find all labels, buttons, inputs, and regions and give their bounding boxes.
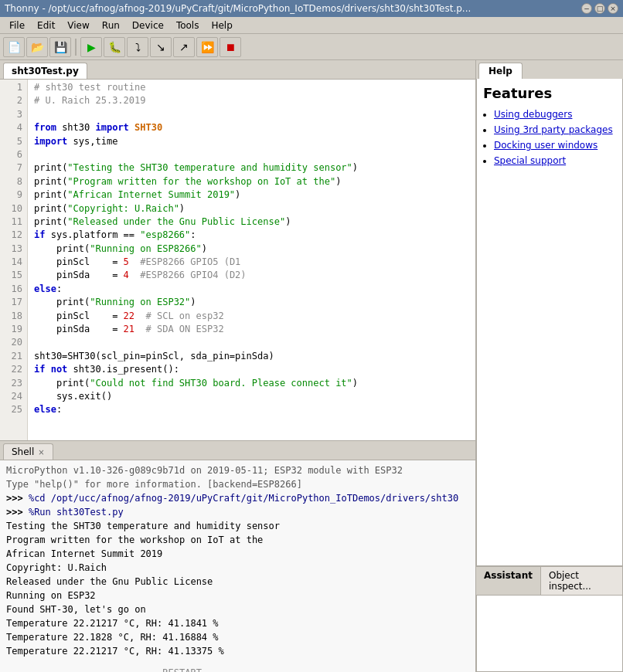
shell-output-9: Temperature 22.1828 °C, RH: 41.16884 % <box>6 630 469 644</box>
shell-output-2: Program written for the workshop on IoT … <box>6 533 469 547</box>
assistant-tab[interactable]: Assistant <box>476 567 541 595</box>
stop-button[interactable]: ⏹ <box>220 37 241 57</box>
help-tab[interactable]: Help <box>478 63 523 79</box>
menu-file[interactable]: File <box>3 19 31 32</box>
step-out-button[interactable]: ↗ <box>173 37 195 57</box>
help-tabs: Help <box>476 60 623 79</box>
shell-output-6: Running on ESP32 <box>6 589 469 602</box>
shell-restart-line: =========================== RESTART ====… <box>6 666 469 672</box>
code-lines: # sht30 test routine # U. Raich 25.3.201… <box>28 80 475 440</box>
help-title: Features <box>483 85 616 101</box>
shell-output-4: Copyright: U.Raich <box>6 561 469 575</box>
left-panel: sht30Test.py 1 2 3 4 5 6 7 8 9 10 11 12 <box>0 60 476 672</box>
shell-cmd-2: >>> %Run sht30Test.py <box>6 505 469 519</box>
shell-tab-close[interactable]: × <box>38 448 44 456</box>
help-link-1: Using debuggers <box>494 109 616 120</box>
shell-info-2: Type "help()" for more information. [bac… <box>6 477 469 491</box>
menu-view[interactable]: View <box>61 19 95 32</box>
shell-output-8: Temperature 22.21217 °C, RH: 41.1841 % <box>6 616 469 630</box>
app-title: Thonny - /opt/ucc/afnog/afnog-2019/uPyCr… <box>5 3 471 14</box>
help-link-1-anchor[interactable]: Using debuggers <box>494 109 572 120</box>
toolbar: 📄 📂 💾 ▶ 🐛 ⤵ ↘ ↗ ⏩ ⏹ <box>0 34 623 60</box>
maximize-button[interactable]: □ <box>594 3 605 14</box>
assistant-section: Assistant Object inspect... <box>476 566 623 672</box>
main-content: sht30Test.py 1 2 3 4 5 6 7 8 9 10 11 12 <box>0 60 623 672</box>
help-section: Help Features Using debuggers Using 3rd … <box>476 60 623 566</box>
help-link-4-anchor[interactable]: Special support <box>494 155 566 166</box>
step-into-button[interactable]: ↘ <box>150 37 172 57</box>
shell-tab-bar: Shell × <box>0 441 475 460</box>
shell-tab-label: Shell <box>12 446 34 457</box>
run-button[interactable]: ▶ <box>80 37 102 57</box>
toolbar-sep-1 <box>75 39 77 56</box>
help-link-3-anchor[interactable]: Docking user windows <box>494 140 597 151</box>
code-editor[interactable]: 1 2 3 4 5 6 7 8 9 10 11 12 13 14 15 16 1 <box>0 80 475 440</box>
title-bar: Thonny - /opt/ucc/afnog/afnog-2019/uPyCr… <box>0 0 623 17</box>
help-link-3: Docking user windows <box>494 140 616 151</box>
menu-bar: File Edit View Run Device Tools Help <box>0 17 623 34</box>
menu-run[interactable]: Run <box>96 19 126 32</box>
menu-tools[interactable]: Tools <box>170 19 206 32</box>
shell-info-1: MicroPython v1.10-326-g089c9b71d on 2019… <box>6 463 469 477</box>
code-content: 1 2 3 4 5 6 7 8 9 10 11 12 13 14 15 16 1 <box>0 80 475 440</box>
debug-button[interactable]: 🐛 <box>104 37 125 57</box>
help-link-2-anchor[interactable]: Using 3rd party packages <box>494 124 613 135</box>
shell-cmd-1: >>> %cd /opt/ucc/afnog/afnog-2019/uPyCra… <box>6 491 469 505</box>
shell-output-5: Released under the Gnu Public License <box>6 575 469 589</box>
right-panel: Help Features Using debuggers Using 3rd … <box>476 60 623 672</box>
shell-output-7: Found SHT-30, let's go on <box>6 602 469 616</box>
menu-edit[interactable]: Edit <box>31 19 61 32</box>
step-over-button[interactable]: ⤵ <box>127 37 148 57</box>
editor-tab-sht30test[interactable]: sht30Test.py <box>3 63 87 79</box>
line-numbers: 1 2 3 4 5 6 7 8 9 10 11 12 13 14 15 16 1 <box>0 80 28 440</box>
minimize-button[interactable]: − <box>581 3 592 14</box>
object-inspect-tab[interactable]: Object inspect... <box>541 567 623 595</box>
save-file-button[interactable]: 💾 <box>49 37 71 57</box>
menu-device[interactable]: Device <box>126 19 170 32</box>
shell-spacer <box>6 658 469 666</box>
assistant-content <box>476 595 623 672</box>
close-button[interactable]: × <box>608 3 618 14</box>
resume-button[interactable]: ⏩ <box>196 37 218 57</box>
right-bottom-tabs: Assistant Object inspect... <box>476 566 623 595</box>
shell-output-1: Testing the SHT30 temperature and humidi… <box>6 519 469 533</box>
shell-content[interactable]: MicroPython v1.10-326-g089c9b71d on 2019… <box>0 460 475 672</box>
open-file-button[interactable]: 📂 <box>26 37 48 57</box>
help-links-list: Using debuggers Using 3rd party packages… <box>494 109 616 166</box>
new-file-button[interactable]: 📄 <box>3 37 25 57</box>
menu-help[interactable]: Help <box>205 19 238 32</box>
right-panel-inner: Help Features Using debuggers Using 3rd … <box>476 60 623 672</box>
shell-output-3: African Internet Summit 2019 <box>6 547 469 561</box>
help-content: Features Using debuggers Using 3rd party… <box>476 79 623 566</box>
shell-panel: Shell × MicroPython v1.10-326-g089c9b71d… <box>0 440 475 672</box>
shell-output-10: Temperature 22.21217 °C, RH: 41.13375 % <box>6 644 469 658</box>
help-link-4: Special support <box>494 155 616 166</box>
title-bar-buttons: − □ × <box>581 3 618 14</box>
editor-tabs: sht30Test.py <box>0 60 475 80</box>
shell-tab[interactable]: Shell × <box>3 443 53 460</box>
help-link-2: Using 3rd party packages <box>494 124 616 135</box>
